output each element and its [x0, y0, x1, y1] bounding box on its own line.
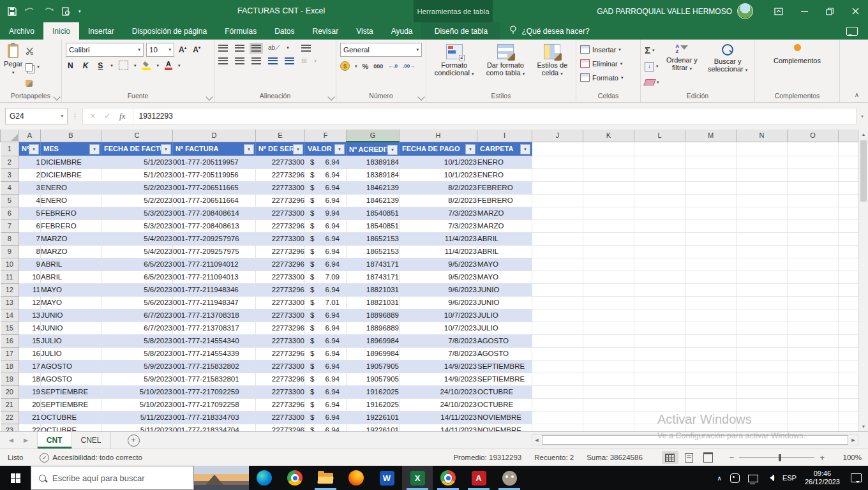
cell[interactable] [839, 385, 859, 398]
cell[interactable] [839, 258, 859, 271]
cell[interactable] [788, 168, 839, 181]
cell[interactable]: 22773300 [256, 309, 305, 322]
column-header-b[interactable]: B [41, 130, 101, 142]
redo-icon[interactable] [43, 7, 54, 15]
sheet-tab-cnt[interactable]: CNT [37, 432, 72, 449]
paste-button[interactable]: Pegar▾ [4, 43, 22, 91]
formula-input[interactable]: 19312293 [133, 108, 857, 124]
cell[interactable]: 22773296 [256, 258, 305, 271]
cell[interactable] [532, 181, 583, 194]
cell[interactable] [532, 258, 583, 271]
percent-format-icon[interactable]: % [363, 63, 369, 70]
cell[interactable]: $6.94 [305, 168, 347, 181]
addins-button[interactable]: Complementos [762, 43, 832, 91]
cell[interactable] [685, 373, 737, 385]
font-color-icon[interactable]: A [165, 61, 172, 70]
cell[interactable]: 9/6/2023 [400, 283, 477, 296]
zoom-slider-thumb[interactable] [779, 454, 781, 461]
cell[interactable]: 10/1/2023 [400, 156, 477, 168]
cell[interactable]: 5/6/2023 [101, 296, 173, 309]
table-header-cell[interactable]: Nº▼ [19, 142, 41, 156]
cell[interactable]: JUNIO [41, 309, 101, 322]
cell[interactable]: 18821031 [347, 296, 400, 309]
cell[interactable] [532, 398, 583, 411]
cell[interactable]: 17 [19, 360, 41, 373]
cell[interactable]: 18 [19, 373, 41, 385]
page-break-view-button[interactable] [700, 451, 717, 464]
cell[interactable] [839, 207, 859, 219]
cell[interactable]: 22773296 [256, 347, 305, 360]
scroll-right-icon[interactable]: ▶ [849, 438, 858, 443]
row-header[interactable]: 23 [1, 424, 19, 431]
taskbar-app-acrobat[interactable]: A [463, 466, 494, 490]
row-header[interactable]: 6 [1, 207, 19, 219]
cell[interactable]: 5/11/2023 [101, 424, 173, 431]
cell[interactable]: 22773296 [256, 283, 305, 296]
cell[interactable]: ENERO [41, 181, 101, 194]
expand-formula-bar-icon[interactable]: ▾ [857, 114, 868, 119]
cell[interactable]: ENERO [41, 194, 101, 207]
cell[interactable]: 18969984 [347, 334, 400, 347]
cell[interactable]: 6/5/2023 [101, 258, 173, 271]
increase-decimal-icon[interactable]: ←.0 [388, 63, 398, 69]
cell[interactable] [839, 245, 859, 258]
cell[interactable]: JUNIO [41, 322, 101, 334]
cell[interactable]: 001-777-215832801 [173, 373, 256, 385]
cell[interactable]: $6.94 [305, 424, 347, 431]
cell[interactable]: 22773296 [256, 219, 305, 232]
fill-button[interactable]: ↓▾ [645, 60, 659, 73]
cell[interactable] [685, 219, 737, 232]
tray-overflow-icon[interactable]: ∧ [717, 475, 722, 482]
restore-button[interactable] [817, 0, 842, 22]
cell[interactable]: 22773296 [256, 194, 305, 207]
cell[interactable]: 18462139 [347, 181, 400, 194]
cell[interactable] [737, 347, 788, 360]
tab-insertar[interactable]: Insertar [79, 22, 123, 40]
cell[interactable]: 16 [19, 347, 41, 360]
name-box[interactable]: G24▾ [5, 108, 68, 124]
cell[interactable] [839, 360, 859, 373]
row-header[interactable]: 21 [1, 398, 19, 411]
cell[interactable] [583, 347, 634, 360]
row-header[interactable]: 8 [1, 232, 19, 245]
cell[interactable]: 3 [19, 181, 41, 194]
decrease-indent-icon[interactable] [268, 57, 278, 64]
horizontal-scroll-thumb[interactable] [542, 435, 848, 445]
cell[interactable] [532, 373, 583, 385]
tab-diseno-de-tabla[interactable]: Diseño de tabla [421, 22, 500, 40]
cell[interactable] [583, 168, 634, 181]
cell[interactable]: 6/5/2023 [101, 271, 173, 283]
cell[interactable]: $6.94 [305, 156, 347, 168]
cell[interactable]: DICIEMBRE [41, 168, 101, 181]
cell[interactable]: 18540851 [347, 207, 400, 219]
cell[interactable]: 10 [19, 271, 41, 283]
cell[interactable]: 11/4/2023 [400, 232, 477, 245]
column-header-d[interactable]: D [173, 130, 256, 142]
table-header-cell[interactable]: Nº DE SERV▼ [256, 142, 305, 156]
row-header[interactable]: 12 [1, 283, 19, 296]
column-header-n[interactable]: N [737, 130, 788, 142]
cell[interactable]: AGOSTO [41, 360, 101, 373]
cell[interactable]: 9 [19, 258, 41, 271]
cell[interactable] [634, 309, 685, 322]
row-header[interactable]: 2 [1, 156, 19, 168]
cell[interactable] [839, 219, 859, 232]
row-header[interactable]: 17 [1, 347, 19, 360]
cell[interactable]: 001-777-209257976 [173, 232, 256, 245]
cell[interactable]: 5/9/2023 [101, 360, 173, 373]
cell[interactable] [532, 168, 583, 181]
scroll-left-icon[interactable]: ◀ [532, 438, 541, 443]
cell[interactable]: 7/8/2023 [400, 334, 477, 347]
align-top-icon[interactable] [218, 45, 228, 52]
row-header[interactable]: 16 [1, 334, 19, 347]
start-button[interactable] [0, 466, 31, 490]
cell[interactable]: 22773300 [256, 271, 305, 283]
cell[interactable]: 5/6/2023 [101, 283, 173, 296]
cell[interactable]: MAYO [477, 271, 532, 283]
cell[interactable] [685, 398, 737, 411]
save-icon[interactable] [8, 7, 17, 16]
taskbar-app-file-explorer[interactable] [310, 466, 341, 490]
cell[interactable]: 001-777-206511665 [173, 181, 256, 194]
decrease-font-icon[interactable]: A▾ [191, 45, 202, 54]
table-header-cell[interactable]: Nº ACREDIT▼ [347, 142, 400, 156]
